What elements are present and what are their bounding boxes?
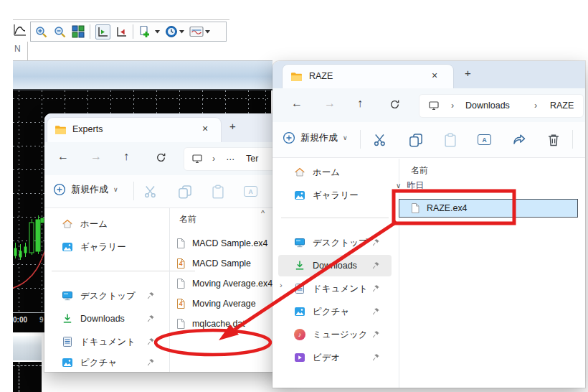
forward-button[interactable]: → xyxy=(90,150,102,163)
navigation-bar: ← → ↑ › Downloads › RAZE xyxy=(272,88,585,122)
tab-experts[interactable]: Experts × xyxy=(47,118,221,142)
group-header-yesterday[interactable]: ∨ 昨日 xyxy=(396,179,424,192)
sidebar-item-label: ビデオ xyxy=(313,352,340,364)
home-icon xyxy=(294,167,305,178)
mt4-chart-titlebar xyxy=(13,61,272,90)
cut-icon[interactable] xyxy=(143,185,158,199)
file-row[interactable]: 4 Moving Average xyxy=(175,294,283,314)
new-tab-button[interactable]: + xyxy=(465,67,471,79)
folder-icon xyxy=(290,71,303,82)
videos-icon xyxy=(294,352,305,363)
rename-icon[interactable]: A xyxy=(244,186,257,197)
new-button[interactable]: 新規作成 ∨ xyxy=(283,131,348,144)
new-tab-button[interactable]: + xyxy=(229,120,236,132)
column-header-name[interactable]: 名前 xyxy=(179,213,196,225)
paste-icon[interactable] xyxy=(443,133,457,147)
breadcrumb-item[interactable]: Ter xyxy=(246,154,258,164)
sidebar-item-desktop[interactable]: デスクトップ xyxy=(278,232,392,253)
forward-button[interactable]: → xyxy=(324,97,336,110)
new-object-icon[interactable] xyxy=(138,25,160,39)
breadcrumb: › … Ter xyxy=(184,147,283,171)
chart-shift-icon[interactable] xyxy=(95,24,110,39)
periods-clock-icon[interactable] xyxy=(165,25,184,38)
documents-icon xyxy=(62,336,73,347)
gridline xyxy=(19,362,19,392)
sidebar-item-home[interactable]: ホーム xyxy=(49,213,196,235)
chart-autoscroll-icon[interactable] xyxy=(115,26,128,38)
sidebar-item-documents[interactable]: ドキュメント xyxy=(278,278,392,299)
sidebar-item-label: デスクトップ xyxy=(313,237,368,249)
this-pc-icon[interactable] xyxy=(428,100,440,111)
toolbar-separator xyxy=(90,24,90,39)
sidebar-item-pictures[interactable]: ピクチャ xyxy=(278,301,392,322)
sidebar-item-downloads[interactable]: Downloads xyxy=(278,255,392,276)
refresh-icon[interactable] xyxy=(155,151,167,164)
up-button[interactable]: ↑ xyxy=(123,150,129,163)
breadcrumb-ellipsis[interactable]: … xyxy=(226,152,235,162)
column-header-name[interactable]: 名前 xyxy=(411,164,428,177)
file-name: mqlcache.dat xyxy=(192,319,245,329)
breadcrumb-item[interactable]: RAZE xyxy=(550,101,574,111)
refresh-icon[interactable] xyxy=(389,98,401,111)
file-icon xyxy=(409,202,421,214)
sidebar-item-music[interactable]: ♪ ミュージック xyxy=(278,324,392,345)
plus-circle-icon xyxy=(53,183,66,196)
new-button[interactable]: 新規作成 ∨ xyxy=(53,183,118,196)
sidebar-item-label: ピクチャ xyxy=(80,357,117,369)
pin-icon xyxy=(146,337,155,346)
this-pc-icon[interactable] xyxy=(191,153,203,164)
up-button[interactable]: ↑ xyxy=(357,97,363,110)
sidebar-item-label: ピクチャ xyxy=(313,306,349,318)
mt4-window-splitter[interactable] xyxy=(13,335,42,360)
back-button[interactable]: ← xyxy=(57,150,69,163)
group-label: 昨日 xyxy=(407,179,424,192)
close-icon[interactable]: × xyxy=(432,70,437,81)
toolbar-separator xyxy=(133,24,133,39)
mt4-panel-divider xyxy=(27,42,28,61)
group-chevron-icon: ∨ xyxy=(396,182,401,190)
close-icon[interactable]: × xyxy=(202,123,208,134)
file-row-selected[interactable]: RAZE.ex4 xyxy=(399,199,578,218)
pin-icon xyxy=(371,307,380,316)
copy-icon[interactable] xyxy=(409,133,423,147)
breadcrumb-item[interactable]: Downloads xyxy=(465,101,510,111)
paste-icon[interactable] xyxy=(211,185,225,199)
equity-curve-icon[interactable] xyxy=(11,22,27,38)
back-button[interactable]: ← xyxy=(291,97,303,110)
downloads-icon xyxy=(294,260,305,271)
pin-icon xyxy=(146,358,155,367)
new-button-label: 新規作成 xyxy=(71,183,108,196)
desktop-icon xyxy=(294,237,305,248)
pictures-icon xyxy=(62,357,73,368)
chevron-down-icon: ∨ xyxy=(343,134,348,141)
file-row[interactable]: Moving Average.ex4 xyxy=(175,274,283,294)
sidebar-item-gallery[interactable]: ギャラリー xyxy=(278,185,392,206)
breadcrumb: › Downloads › RAZE xyxy=(419,94,584,118)
file-row[interactable]: MACD Sample.ex4 xyxy=(175,233,283,253)
sidebar-item-label: ドキュメント xyxy=(313,283,368,295)
pin-icon xyxy=(146,314,155,323)
rename-icon[interactable]: A xyxy=(478,134,491,145)
new-button-label: 新規作成 xyxy=(300,131,338,144)
sidebar-item-videos[interactable]: ビデオ xyxy=(278,347,392,368)
sidebar-item-label: ホーム xyxy=(313,167,340,179)
sidebar-item-pictures[interactable]: ピクチャ xyxy=(49,353,196,372)
zoom-in-icon[interactable] xyxy=(34,25,48,39)
copy-icon[interactable] xyxy=(178,185,192,199)
screenshot-root: N xyxy=(0,0,588,392)
sidebar-item-home[interactable]: ホーム xyxy=(278,162,392,183)
sidebar-item-label: Downloads xyxy=(80,314,125,324)
file-row[interactable]: 4 MACD Sample xyxy=(175,253,283,274)
templates-icon[interactable] xyxy=(189,26,210,37)
share-icon[interactable] xyxy=(512,133,526,147)
file-row[interactable]: mqlcache.dat xyxy=(175,314,283,334)
sidebar-item-label: ミュージック xyxy=(313,329,367,341)
pane-divider xyxy=(169,208,170,372)
tile-windows-icon[interactable] xyxy=(72,25,85,38)
delete-icon[interactable] xyxy=(546,133,561,147)
tab-raze[interactable]: RAZE × xyxy=(283,65,453,88)
zoom-out-icon[interactable] xyxy=(53,25,67,39)
tab-strip: RAZE × + xyxy=(272,61,585,88)
cut-icon[interactable] xyxy=(373,133,387,147)
sort-caret-icon[interactable]: ^ xyxy=(261,209,265,218)
